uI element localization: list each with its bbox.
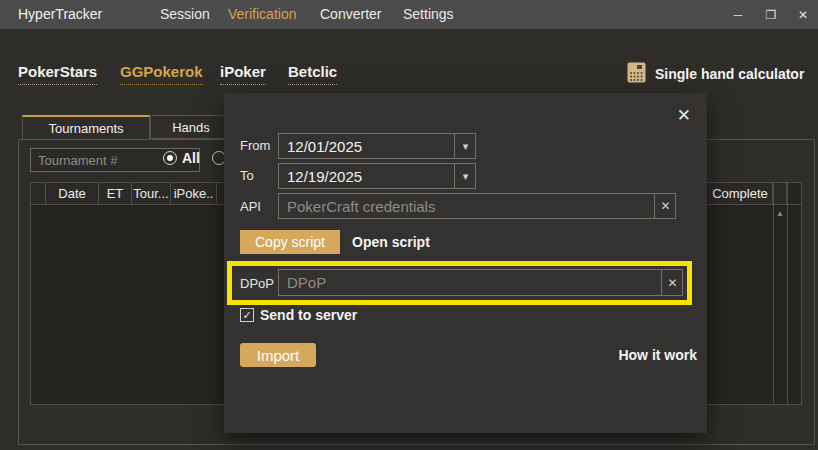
close-button[interactable]: ✕	[789, 0, 817, 29]
to-date-input[interactable]	[278, 163, 476, 189]
tab-tournaments-label: Tournaments	[48, 121, 123, 136]
import-button[interactable]: Import	[240, 343, 316, 367]
open-script-link[interactable]: Open script	[352, 234, 430, 250]
import-label: Import	[257, 347, 300, 364]
app-title: HyperTracker	[18, 6, 102, 22]
scrollbar-track-left	[773, 183, 774, 404]
menu-settings[interactable]: Settings	[403, 6, 454, 22]
dpop-label: DPoP	[240, 276, 274, 291]
menu-verification[interactable]: Verification	[228, 6, 296, 22]
site-tab-pokerstars[interactable]: PokerStars	[18, 63, 97, 85]
send-to-server-checkbox[interactable]: ✓	[240, 308, 254, 322]
checkmark-icon: ✓	[242, 309, 251, 322]
to-dropdown-button[interactable]: ▾	[454, 163, 476, 189]
import-dialog: ✕ From ▾ To ▾ API ✕ Copy script	[224, 93, 707, 433]
chevron-down-icon: ▾	[463, 170, 469, 183]
tab-hands-label: Hands	[172, 120, 210, 135]
from-dropdown-button[interactable]: ▾	[454, 133, 476, 159]
radio-all-label: All	[182, 150, 200, 166]
api-clear-button[interactable]: ✕	[654, 193, 676, 219]
from-label: From	[240, 138, 270, 153]
tab-tournaments[interactable]: Tournaments	[22, 115, 150, 139]
calculator-label: Single hand calculator	[655, 66, 804, 82]
copy-script-button[interactable]: Copy script	[240, 230, 340, 254]
dpop-input[interactable]	[278, 269, 683, 296]
site-tab-betclic[interactable]: Betclic	[288, 63, 337, 85]
table-header-blank-2	[773, 183, 787, 204]
api-label: API	[240, 199, 261, 214]
calculator-icon	[627, 62, 646, 86]
single-hand-calculator-button[interactable]: Single hand calculator	[627, 62, 804, 86]
minimize-button[interactable]: ─	[724, 0, 752, 29]
table-header-ipoker[interactable]: iPoke..	[171, 183, 217, 204]
scrollbar-up-icon[interactable]: ▲	[776, 209, 784, 218]
maximize-button[interactable]: ❐	[757, 0, 785, 29]
site-tab-ipoker[interactable]: iPoker	[220, 63, 266, 85]
app-window: HyperTracker Session Verification Conver…	[0, 0, 818, 450]
table-header-complete[interactable]: Complete	[708, 183, 773, 204]
api-field: ✕	[278, 193, 676, 219]
how-it-work-link[interactable]: How it work	[618, 347, 697, 363]
clear-x-icon: ✕	[660, 199, 670, 213]
table-header-date[interactable]: Date	[46, 183, 99, 204]
scrollbar-track-right	[787, 183, 788, 404]
from-date-field: ▾	[278, 133, 476, 159]
dialog-close-icon[interactable]: ✕	[677, 107, 691, 124]
menu-session[interactable]: Session	[160, 6, 210, 22]
table-header-blank	[31, 183, 46, 204]
to-label: To	[240, 168, 254, 183]
dpop-field: ✕	[278, 269, 683, 296]
menu-converter[interactable]: Converter	[320, 6, 381, 22]
api-input[interactable]	[278, 193, 676, 219]
to-date-field: ▾	[278, 163, 476, 189]
site-tab-ggpokerok[interactable]: GGPokerok	[120, 63, 203, 85]
chevron-down-icon: ▾	[463, 140, 469, 153]
clear-x-icon: ✕	[667, 276, 677, 290]
table-header-tour[interactable]: Tour...	[132, 183, 171, 204]
send-to-server-label: Send to server	[260, 307, 357, 323]
table-header-et[interactable]: ET	[99, 183, 132, 204]
copy-script-label: Copy script	[255, 234, 325, 250]
title-bar: HyperTracker Session Verification Conver…	[0, 0, 818, 29]
radio-all[interactable]	[163, 151, 177, 165]
from-date-input[interactable]	[278, 133, 476, 159]
tab-hands[interactable]: Hands	[150, 115, 232, 139]
dpop-clear-button[interactable]: ✕	[661, 269, 683, 296]
